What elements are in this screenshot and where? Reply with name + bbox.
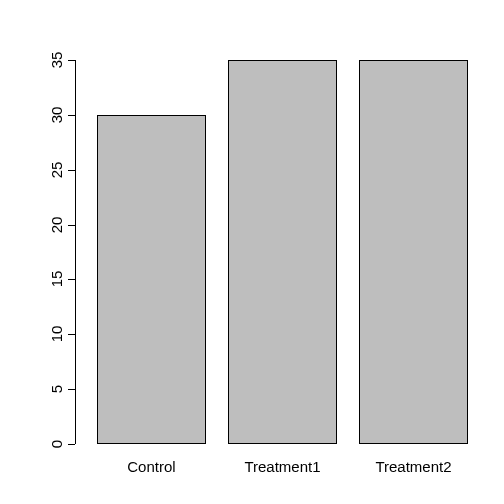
y-tick-mark [68, 334, 75, 335]
x-tick-label: Control [91, 458, 211, 475]
y-tick-label: 25 [48, 155, 64, 185]
y-tick-mark [68, 389, 75, 390]
y-tick-mark [68, 170, 75, 171]
y-tick-mark [68, 115, 75, 116]
y-tick-label: 0 [48, 429, 64, 459]
x-tick-label: Treatment2 [353, 458, 473, 475]
y-tick-label: 5 [48, 374, 64, 404]
y-tick-mark [68, 444, 75, 445]
bar [228, 60, 337, 444]
y-tick-label: 20 [48, 210, 64, 240]
bar [359, 60, 468, 444]
y-tick-label: 30 [48, 100, 64, 130]
y-tick-label: 15 [48, 264, 64, 294]
x-tick-label: Treatment1 [222, 458, 342, 475]
y-tick-label: 35 [48, 45, 64, 75]
y-tick-mark [68, 279, 75, 280]
bar-chart: ControlTreatment1Treatment20510152025303… [0, 0, 504, 504]
y-tick-mark [68, 60, 75, 61]
bar [97, 115, 206, 444]
y-tick-label: 10 [48, 319, 64, 349]
y-tick-mark [68, 225, 75, 226]
